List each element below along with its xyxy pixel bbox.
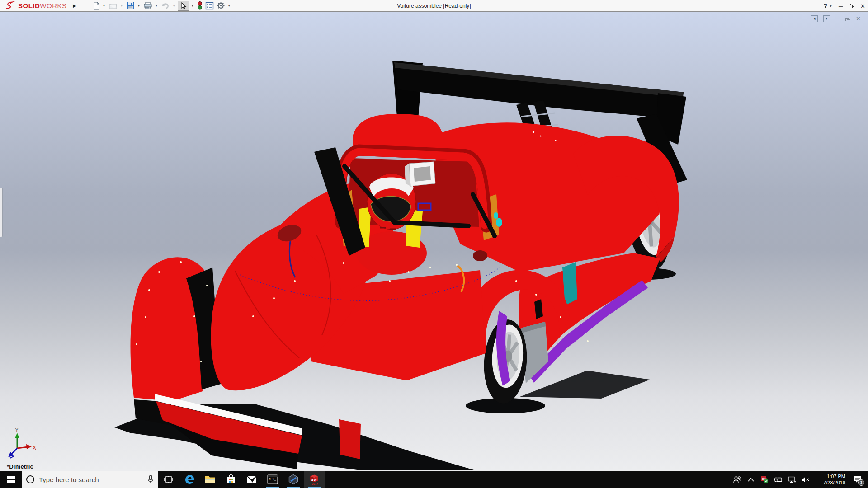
- taskbar-app-solidworks[interactable]: SW 2017: [304, 471, 325, 488]
- solidworks-logo-text: SOLIDWORKS: [18, 2, 67, 9]
- tray-chevron-up[interactable]: [744, 471, 758, 488]
- race-car-model[interactable]: Y X: [0, 12, 868, 471]
- orientation-triad: Y X: [8, 427, 36, 458]
- traffic-light-icon: [197, 1, 203, 10]
- cyan-detail: [496, 218, 502, 227]
- options-caret[interactable]: ▼: [227, 4, 231, 7]
- titlebar: SOLIDWORKS ▶ ▼ ▼ ▼: [0, 0, 868, 12]
- taskbar-search[interactable]: [22, 471, 158, 488]
- network-icon: [788, 476, 796, 483]
- sw-year: 2017: [312, 483, 318, 485]
- store-icon: [226, 474, 236, 485]
- volume-muted-icon: [801, 476, 810, 483]
- undo-button[interactable]: [160, 1, 171, 11]
- taskbar-app-command-prompt[interactable]: C:\_: [262, 471, 283, 488]
- search-input[interactable]: [39, 476, 143, 483]
- document-minimize-button[interactable]: ─: [836, 16, 840, 22]
- gear-icon: [217, 1, 225, 10]
- tray-people-icon[interactable]: [731, 471, 744, 488]
- clock-time: 1:07 PM: [827, 473, 845, 479]
- graphics-viewport[interactable]: Y X ◄ ► ─ ✕ *Dimetric: [0, 12, 868, 471]
- taskbar-app-store[interactable]: [221, 471, 241, 488]
- solidworks-logo: SOLIDWORKS: [0, 0, 71, 11]
- windows-taskbar: C:\_ SW 2017 SW: [0, 471, 868, 488]
- side-pod[interactable]: [519, 253, 660, 383]
- edge-icon: [184, 474, 195, 485]
- toolbar-flyout-button[interactable]: ▶: [71, 1, 79, 11]
- start-button[interactable]: [0, 471, 22, 488]
- display-settings-icon: [205, 2, 214, 10]
- options-button[interactable]: [216, 1, 226, 11]
- undo-caret[interactable]: ▼: [172, 4, 175, 7]
- solidworks-logo-icon: [5, 1, 16, 10]
- solidworks-2017-icon: SW 2017: [308, 474, 320, 485]
- open-folder-icon: [108, 2, 118, 10]
- document-close-button[interactable]: ✕: [856, 16, 861, 22]
- command-prompt-icon: C:\_: [267, 474, 278, 484]
- help-button[interactable]: ?▼: [823, 3, 832, 9]
- new-document-icon: [92, 2, 100, 10]
- taskbar-app-file-explorer[interactable]: [200, 471, 221, 488]
- view-orientation-label: *Dimetric: [7, 463, 33, 470]
- close-button[interactable]: ✕: [860, 3, 865, 9]
- document-restore-button[interactable]: [845, 17, 850, 21]
- next-document-button[interactable]: ►: [823, 15, 830, 22]
- main-toolbar: ▼ ▼ ▼ ▼: [91, 0, 232, 11]
- print-icon: [143, 2, 152, 10]
- new-document-caret[interactable]: ▼: [103, 4, 106, 7]
- taskbar-spacer: [325, 471, 731, 488]
- mail-icon: [246, 475, 257, 484]
- save-floppy-icon: [126, 1, 135, 10]
- cortana-icon: [26, 475, 34, 483]
- file-explorer-icon: [205, 474, 216, 484]
- select-cursor-icon: [180, 2, 187, 9]
- rearview-mirror: [405, 162, 435, 186]
- solidworks-check-icon: SW: [760, 475, 769, 483]
- print-caret[interactable]: ▼: [155, 4, 158, 7]
- feature-manager-collapsed-tab[interactable]: [0, 188, 3, 237]
- select-caret[interactable]: ▼: [191, 4, 194, 7]
- taskbar-app-edge[interactable]: [179, 471, 200, 488]
- battery-icon: [774, 477, 783, 483]
- save-button[interactable]: [125, 1, 136, 11]
- action-center-button[interactable]: 3: [847, 471, 868, 488]
- previous-document-button[interactable]: ◄: [811, 15, 818, 22]
- clock-date: 7/23/2018: [823, 479, 845, 486]
- tray-solidworks-monitor[interactable]: SW: [758, 471, 771, 488]
- minimize-button[interactable]: ─: [839, 3, 843, 9]
- window-controls: ?▼ ─ ✕: [823, 0, 865, 12]
- triad-x-label: X: [33, 445, 36, 451]
- triad-y-label: Y: [15, 427, 19, 433]
- open-button[interactable]: [108, 1, 118, 11]
- undo-icon: [161, 2, 170, 9]
- microphone-icon[interactable]: [147, 475, 154, 484]
- tray-volume-muted[interactable]: [798, 471, 812, 488]
- tray-battery-icon[interactable]: [771, 471, 785, 488]
- rebuild-button[interactable]: [196, 1, 203, 11]
- document-window-controls: ◄ ► ─ ✕: [811, 15, 861, 22]
- save-caret[interactable]: ▼: [137, 4, 140, 7]
- new-document-button[interactable]: [91, 1, 101, 11]
- window-title: Voiture assomblee [Read-only]: [397, 0, 471, 12]
- tray-network-icon[interactable]: [785, 471, 798, 488]
- select-tool-button[interactable]: [178, 1, 189, 11]
- cmd-label: C:\_: [269, 478, 276, 481]
- taskbar-app-edrawings[interactable]: [283, 471, 304, 488]
- open-caret[interactable]: ▼: [120, 4, 123, 7]
- sw-label: SW: [311, 478, 317, 482]
- hexagon-app-icon: [288, 474, 299, 485]
- task-view-button[interactable]: [158, 471, 179, 488]
- task-view-icon: [164, 475, 173, 484]
- tray-clock[interactable]: 1:07 PM 7/23/2018: [812, 471, 847, 488]
- taskbar-app-mail[interactable]: [241, 471, 262, 488]
- display-settings-button[interactable]: [204, 1, 215, 11]
- windows-logo-icon: [7, 476, 15, 483]
- print-button[interactable]: [142, 1, 153, 11]
- notification-badge: 3: [858, 479, 864, 486]
- help-caret[interactable]: ▼: [829, 5, 832, 8]
- chevron-up-icon: [748, 478, 754, 482]
- restore-button[interactable]: [849, 4, 854, 8]
- people-icon: [733, 476, 741, 483]
